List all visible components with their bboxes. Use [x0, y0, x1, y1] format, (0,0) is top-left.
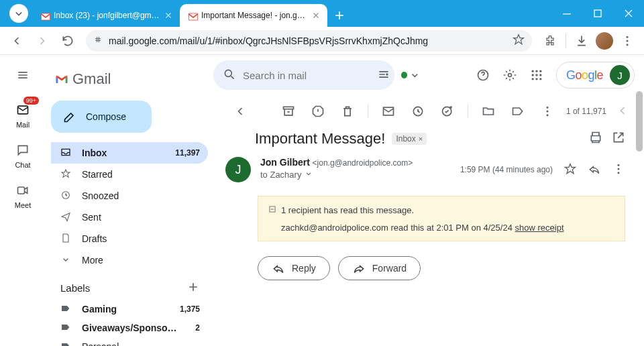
nav-inbox-count: 11,397: [175, 148, 200, 158]
svg-point-7: [225, 70, 231, 76]
reply-button[interactable]: Reply: [258, 256, 330, 280]
gmail-logo-text: Gmail: [72, 70, 111, 88]
svg-rect-0: [594, 10, 601, 17]
nav-more[interactable]: More: [51, 249, 208, 271]
spam-button[interactable]: [306, 99, 330, 123]
settings-button[interactable]: [498, 64, 521, 86]
main-menu-button[interactable]: [9, 62, 36, 89]
gmail-favicon-icon: [186, 10, 197, 21]
forward-button[interactable]: [31, 30, 54, 52]
rail-mail[interactable]: 99+ Mail: [13, 101, 32, 129]
label-item[interactable]: Personal: [51, 337, 208, 346]
support-button[interactable]: [472, 64, 494, 86]
show-receipt-link[interactable]: show receipt: [515, 223, 564, 233]
move-button[interactable]: [476, 99, 500, 123]
tab-search-button[interactable]: [9, 4, 28, 23]
nav-drafts[interactable]: Drafts: [51, 228, 208, 249]
apps-button[interactable]: [525, 64, 548, 86]
svg-point-16: [539, 74, 541, 76]
popout-button[interactable]: [612, 131, 625, 147]
forward-button[interactable]: Forward: [338, 256, 421, 280]
nav-sent[interactable]: Sent: [51, 207, 208, 228]
browser-tab-inactive[interactable]: Inbox (23) - jonfgilbert@gmail…: [32, 4, 180, 27]
gmail-logo[interactable]: Gmail: [51, 62, 208, 97]
svg-point-10: [508, 74, 511, 77]
svg-point-28: [618, 168, 620, 170]
svg-point-17: [531, 78, 533, 80]
snooze-button[interactable]: [406, 99, 430, 123]
back-to-inbox-button[interactable]: [228, 99, 252, 123]
svg-point-29: [618, 172, 620, 174]
scrollbar-thumb[interactable]: [636, 91, 643, 152]
rail-mail-label: Mail: [16, 121, 30, 129]
profile-avatar[interactable]: [596, 32, 613, 50]
prev-message-button[interactable]: [616, 104, 629, 119]
close-icon[interactable]: [164, 11, 173, 20]
reply-icon-button[interactable]: [588, 162, 601, 178]
rail-chat[interactable]: Chat: [13, 141, 32, 169]
nav-starred[interactable]: Starred: [51, 164, 208, 185]
site-info-icon[interactable]: [93, 34, 103, 47]
tab-title: Important Message! - jon.g@ar: [201, 11, 307, 20]
back-button[interactable]: [5, 30, 28, 52]
close-icon[interactable]: [311, 11, 321, 20]
sidebar: Gmail Compose Inbox 11,397 Starred Snooz…: [46, 55, 213, 346]
label-item[interactable]: Gaming 1,375: [51, 300, 208, 319]
star-message-button[interactable]: [564, 162, 577, 178]
message-time: 1:59 PM (44 minutes ago): [460, 165, 553, 174]
new-tab-button[interactable]: [330, 6, 349, 25]
labels-button[interactable]: [506, 99, 530, 123]
nav-snoozed[interactable]: Snoozed: [51, 185, 208, 207]
status-indicator[interactable]: [401, 65, 421, 85]
browser-tab-active[interactable]: Important Message! - jon.g@ar: [180, 4, 327, 27]
bookmark-icon[interactable]: [512, 33, 525, 48]
mark-unread-button[interactable]: [376, 99, 400, 123]
forward-icon: [352, 262, 366, 275]
mail-badge: 99+: [23, 97, 39, 105]
window-maximize-button[interactable]: [582, 0, 613, 27]
svg-point-15: [535, 74, 537, 76]
add-task-button[interactable]: [435, 99, 460, 123]
inbox-icon: [60, 147, 71, 160]
to-line: to Zachary: [260, 170, 301, 180]
browser-menu-button[interactable]: [616, 30, 639, 52]
content-area: Google J 1 of 11,971: [213, 55, 644, 346]
rail-meet[interactable]: Meet: [13, 181, 32, 209]
label-icon: [60, 303, 71, 316]
extensions-button[interactable]: [539, 30, 561, 52]
downloads-button[interactable]: [570, 30, 593, 52]
window-minimize-button[interactable]: [551, 0, 582, 27]
add-label-button[interactable]: [186, 280, 200, 296]
search-options-icon[interactable]: [377, 68, 390, 83]
inbox-chip[interactable]: Inbox×: [392, 133, 427, 145]
rail-chat-label: Chat: [15, 161, 30, 169]
compose-button[interactable]: Compose: [51, 101, 152, 133]
receipt-summary: 1 recipient has read this message.: [281, 205, 414, 215]
svg-rect-5: [18, 187, 25, 194]
address-bar[interactable]: mail.google.com/mail/u/1/#inbox/QgrcJHsN…: [86, 30, 532, 52]
search-bar[interactable]: [213, 60, 394, 90]
nav-inbox[interactable]: Inbox 11,397: [51, 142, 208, 164]
show-details-button[interactable]: [304, 169, 313, 180]
delete-button[interactable]: [335, 99, 360, 123]
svg-point-12: [535, 70, 537, 72]
archive-button[interactable]: [276, 99, 301, 123]
browser-toolbar: mail.google.com/mail/u/1/#inbox/QgrcJHsN…: [0, 27, 644, 55]
svg-point-26: [547, 114, 549, 116]
labels-header: Labels: [60, 282, 90, 294]
chevron-down-icon: [60, 254, 71, 267]
message-more-button[interactable]: [612, 162, 625, 178]
reload-button[interactable]: [56, 30, 79, 52]
label-item[interactable]: Giveaways/Sponso… 2: [51, 319, 208, 337]
more-button[interactable]: [535, 99, 559, 123]
collapse-icon[interactable]: [268, 205, 277, 216]
message-toolbar: 1 of 11,971: [213, 98, 644, 125]
account-switcher[interactable]: Google J: [556, 62, 635, 89]
browser-titlebar: Inbox (23) - jonfgilbert@gmail… Importan…: [0, 0, 644, 27]
print-button[interactable]: [589, 131, 602, 147]
window-close-button[interactable]: [613, 0, 644, 27]
sender-email: <jon.g@androidpolice.com>: [313, 158, 413, 168]
sender-avatar: J: [225, 157, 251, 182]
svg-point-11: [531, 70, 533, 72]
search-input[interactable]: [243, 70, 370, 81]
